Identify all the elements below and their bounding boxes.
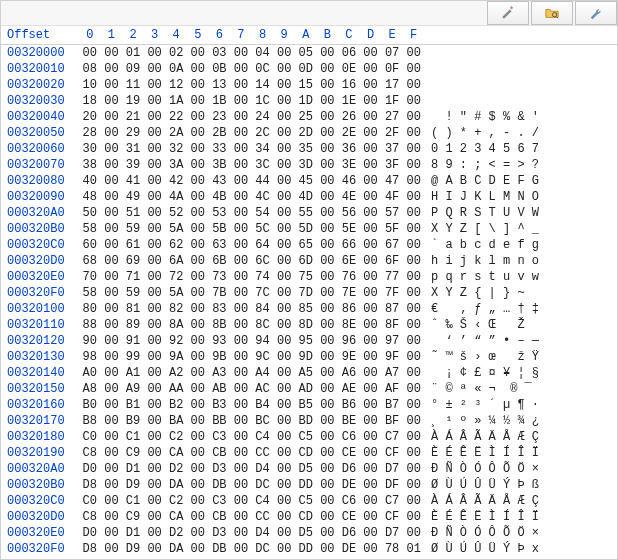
- hex-byte[interactable]: 00: [187, 541, 209, 557]
- table-row[interactable]: 00320050280029002A002B002C002D002E002F00…: [1, 125, 617, 141]
- hex-byte[interactable]: 00: [101, 365, 123, 381]
- hex-byte[interactable]: 2A: [165, 125, 187, 141]
- hex-byte[interactable]: C8: [79, 509, 101, 525]
- hex-byte[interactable]: A3: [209, 365, 231, 381]
- hex-byte[interactable]: 88: [79, 317, 101, 333]
- hex-byte[interactable]: DA: [165, 477, 187, 493]
- ascii-cell[interactable]: 0 1 2 3 4 5 6 7: [425, 141, 617, 157]
- table-row[interactable]: 00320130980099009A009B009C009D009E009F00…: [1, 349, 617, 365]
- hex-byte[interactable]: 7D: [295, 285, 317, 301]
- hex-byte[interactable]: 00: [317, 301, 339, 317]
- hex-byte[interactable]: 8E: [338, 317, 360, 333]
- hex-byte[interactable]: 00: [360, 429, 382, 445]
- hex-byte[interactable]: A2: [165, 365, 187, 381]
- hex-byte[interactable]: 00: [187, 349, 209, 365]
- hex-byte[interactable]: 00: [101, 285, 123, 301]
- hex-byte[interactable]: 8C: [252, 317, 274, 333]
- hex-byte[interactable]: B7: [381, 397, 403, 413]
- hex-byte[interactable]: 00: [230, 541, 252, 557]
- hex-byte[interactable]: 00: [144, 157, 166, 173]
- hex-byte[interactable]: 2B: [209, 125, 231, 141]
- hex-byte[interactable]: 01: [122, 45, 144, 61]
- hex-byte[interactable]: 00: [144, 397, 166, 413]
- hex-byte[interactable]: 30: [79, 141, 101, 157]
- hex-byte[interactable]: 00: [101, 189, 123, 205]
- offset-cell[interactable]: 00320120: [1, 333, 79, 349]
- hex-byte[interactable]: 01: [403, 541, 425, 557]
- hex-col-A[interactable]: A: [295, 28, 317, 42]
- hex-byte[interactable]: B8: [79, 413, 101, 429]
- hex-byte[interactable]: 00: [144, 237, 166, 253]
- hex-byte[interactable]: 00: [317, 61, 339, 77]
- hex-byte[interactable]: C3: [209, 493, 231, 509]
- hex-byte[interactable]: 00: [273, 397, 295, 413]
- hex-byte[interactable]: 00: [317, 381, 339, 397]
- hex-col-D[interactable]: D: [360, 28, 382, 42]
- table-row[interactable]: 00320150A800A900AA00AB00AC00AD00AE00AF00…: [1, 381, 617, 397]
- hex-byte[interactable]: 85: [295, 301, 317, 317]
- hex-byte[interactable]: 00: [360, 221, 382, 237]
- hex-byte[interactable]: 00: [230, 461, 252, 477]
- hex-byte[interactable]: 00: [101, 349, 123, 365]
- hex-byte[interactable]: 0A: [165, 61, 187, 77]
- hex-byte[interactable]: 00: [360, 477, 382, 493]
- ascii-cell[interactable]: [425, 45, 617, 61]
- table-row[interactable]: 000320A050005100520053005400550056005700…: [1, 205, 617, 221]
- hex-byte[interactable]: 00: [403, 45, 425, 61]
- hex-byte[interactable]: 00: [230, 157, 252, 173]
- hex-byte[interactable]: D7: [381, 525, 403, 541]
- hex-byte[interactable]: 94: [252, 333, 274, 349]
- hex-byte[interactable]: 00: [403, 125, 425, 141]
- hex-byte[interactable]: 19: [122, 93, 144, 109]
- hex-byte[interactable]: 00: [144, 477, 166, 493]
- hex-byte[interactable]: 76: [338, 269, 360, 285]
- hex-byte[interactable]: 00: [187, 493, 209, 509]
- hex-byte[interactable]: C9: [122, 445, 144, 461]
- hex-byte[interactable]: 03: [209, 45, 231, 61]
- hex-byte[interactable]: 00: [101, 45, 123, 61]
- hex-byte[interactable]: D5: [295, 525, 317, 541]
- hex-byte[interactable]: 00: [403, 157, 425, 173]
- hex-byte[interactable]: DA: [165, 541, 187, 557]
- hex-byte[interactable]: 00: [317, 157, 339, 173]
- hex-byte[interactable]: 00: [230, 429, 252, 445]
- hex-byte[interactable]: 00: [101, 397, 123, 413]
- hex-byte[interactable]: C2: [165, 429, 187, 445]
- offset-cell[interactable]: 000320B0: [1, 221, 79, 237]
- hex-byte[interactable]: 3E: [338, 157, 360, 173]
- hex-byte[interactable]: D7: [381, 461, 403, 477]
- offset-cell[interactable]: 00320020: [1, 77, 79, 93]
- hex-byte[interactable]: D8: [79, 477, 101, 493]
- hex-byte[interactable]: D0: [79, 461, 101, 477]
- hex-byte[interactable]: A9: [122, 381, 144, 397]
- hex-byte[interactable]: BF: [381, 413, 403, 429]
- hex-byte[interactable]: 84: [252, 301, 274, 317]
- hex-byte[interactable]: 11: [122, 77, 144, 93]
- hex-byte[interactable]: 00: [187, 365, 209, 381]
- hex-byte[interactable]: 80: [79, 301, 101, 317]
- hex-byte[interactable]: 00: [230, 509, 252, 525]
- hex-byte[interactable]: 00: [230, 253, 252, 269]
- hex-byte[interactable]: 00: [101, 109, 123, 125]
- wrench-button[interactable]: [575, 1, 617, 25]
- hex-byte[interactable]: 53: [209, 205, 231, 221]
- hex-byte[interactable]: 63: [209, 237, 231, 253]
- hex-byte[interactable]: C3: [209, 429, 231, 445]
- hex-byte[interactable]: 72: [165, 269, 187, 285]
- hex-byte[interactable]: 70: [79, 269, 101, 285]
- hex-byte[interactable]: 00: [360, 333, 382, 349]
- hex-byte[interactable]: 00: [144, 541, 166, 557]
- table-row[interactable]: 000320D0680069006A006B006C006D006E006F00…: [1, 253, 617, 269]
- hex-col-3[interactable]: 3: [144, 28, 166, 42]
- table-row[interactable]: 00320110880089008A008B008C008D008E008F00…: [1, 317, 617, 333]
- hex-byte[interactable]: D0: [79, 525, 101, 541]
- table-row[interactable]: 0032012090009100920093009400950096009700…: [1, 333, 617, 349]
- hex-byte[interactable]: 00: [317, 269, 339, 285]
- hex-byte[interactable]: 89: [122, 317, 144, 333]
- hex-byte[interactable]: D6: [338, 461, 360, 477]
- hex-byte[interactable]: CB: [209, 445, 231, 461]
- ascii-cell[interactable]: Ð Ñ Ò Ó Ô Õ Ö ×: [425, 461, 617, 477]
- hex-byte[interactable]: 00: [273, 365, 295, 381]
- offset-cell[interactable]: 00320040: [1, 109, 79, 125]
- hex-byte[interactable]: 75: [295, 269, 317, 285]
